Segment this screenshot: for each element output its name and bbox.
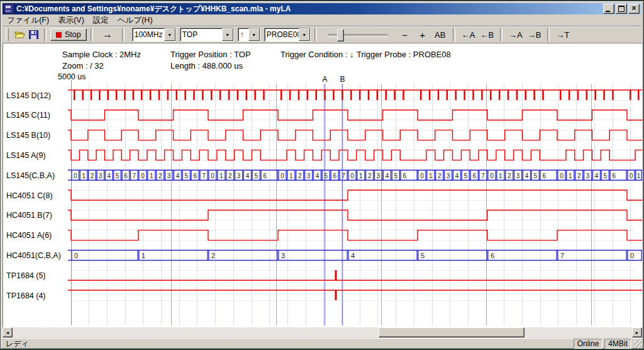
zoom-ab-button[interactable]: AB bbox=[431, 28, 449, 41]
open-file-icon[interactable] bbox=[13, 28, 26, 41]
floppy-icon bbox=[29, 30, 38, 39]
zoom-info: Zoom : / 32 bbox=[62, 61, 104, 71]
app-icon bbox=[4, 4, 14, 14]
goto-marker-b-left-button[interactable]: ←B bbox=[477, 28, 496, 41]
length-info: Length : 488.000 us bbox=[170, 61, 243, 71]
trigger-probe-combo[interactable]: PROBE00 ▼ bbox=[264, 28, 311, 42]
sample-clock-info: Sample Clock : 2MHz bbox=[62, 50, 141, 59]
title-bar[interactable]: C:¥Documents and Settings¥noname¥デスクトップ¥… bbox=[3, 3, 641, 14]
trigger-probe-value: PROBE00 bbox=[265, 30, 299, 39]
status-bar: レディ Online 4MBit bbox=[3, 338, 642, 349]
goto-trigger-button[interactable]: →T bbox=[553, 28, 572, 41]
zoom-slider-thumb[interactable] bbox=[337, 29, 344, 42]
trigger-position-info: Trigger Position : TOP bbox=[170, 50, 251, 59]
chevron-down-icon[interactable]: ▼ bbox=[164, 28, 175, 41]
chevron-down-icon[interactable]: ▼ bbox=[222, 28, 233, 41]
toolbar-separator bbox=[314, 28, 317, 42]
menu-settings[interactable]: 設定 bbox=[89, 14, 113, 26]
toolbar-separator bbox=[122, 28, 125, 42]
goto-marker-a-left-button[interactable]: ←A bbox=[459, 28, 478, 41]
maximize-icon[interactable] bbox=[616, 4, 627, 14]
scroll-left-icon[interactable]: ◄ bbox=[3, 327, 13, 337]
save-file-icon[interactable] bbox=[26, 28, 40, 41]
scroll-right-icon[interactable]: ► bbox=[632, 327, 642, 337]
menu-help[interactable]: ヘルプ(H) bbox=[113, 14, 157, 26]
trigger-condition-info: Trigger Condition : ↓ bbox=[280, 50, 354, 59]
trigger-position-combo[interactable]: TOP ▼ bbox=[180, 28, 234, 42]
menu-view[interactable]: 表示(V) bbox=[53, 14, 89, 26]
status-online-badge: Online bbox=[574, 339, 603, 349]
trigger-position-value: TOP bbox=[180, 30, 222, 39]
horizontal-scrollbar[interactable]: ◄ ► bbox=[3, 327, 642, 337]
stop-button-label: Stop bbox=[65, 30, 81, 39]
status-memory-badge: 4MBit bbox=[604, 339, 631, 349]
resize-grip[interactable] bbox=[634, 340, 642, 348]
toolbar-separator bbox=[453, 28, 455, 42]
toolbar-separator bbox=[44, 28, 47, 42]
toolbar: Stop → 100MHz ▼ TOP ▼ ↑ ▼ PROBE00 ▼ bbox=[3, 26, 641, 43]
status-ready: レディ bbox=[3, 339, 572, 349]
stop-icon bbox=[56, 32, 62, 38]
sample-clock-value: 100MHz bbox=[133, 30, 164, 39]
sample-clock-combo[interactable]: 100MHz ▼ bbox=[132, 28, 176, 42]
zoom-slider[interactable] bbox=[327, 28, 389, 42]
chevron-down-icon[interactable]: ▼ bbox=[299, 28, 310, 41]
stop-button[interactable]: Stop bbox=[50, 28, 87, 41]
toolbar-separator bbox=[547, 28, 550, 42]
trigger-edge-value: ↑ bbox=[238, 30, 248, 39]
screenshot-root: C:¥Documents and Settings¥noname¥デスクトップ¥… bbox=[0, 0, 644, 350]
waveform-panel[interactable] bbox=[3, 43, 642, 327]
window-title: C:¥Documents and Settings¥noname¥デスクトップ¥… bbox=[16, 4, 291, 14]
single-run-button[interactable]: → bbox=[97, 28, 118, 41]
toolbar-grip[interactable] bbox=[6, 28, 9, 41]
goto-marker-b-right-button[interactable]: →B bbox=[525, 28, 544, 41]
trigger-probe-info: Trigger Probe : PROBE08 bbox=[357, 50, 451, 59]
chevron-down-icon[interactable]: ▼ bbox=[248, 28, 260, 41]
menu-file[interactable]: ファイル(F) bbox=[3, 14, 53, 26]
zoom-out-button[interactable]: − bbox=[396, 28, 414, 41]
trigger-edge-combo[interactable]: ↑ ▼ bbox=[238, 28, 260, 42]
menu-bar: ファイル(F) 表示(V) 設定 ヘルプ(H) bbox=[3, 14, 641, 26]
scrollbar-thumb[interactable] bbox=[379, 327, 525, 337]
app-window: C:¥Documents and Settings¥noname¥デスクトップ¥… bbox=[0, 1, 644, 349]
minimize-icon[interactable] bbox=[603, 4, 614, 14]
close-icon[interactable]: × bbox=[628, 4, 640, 14]
folder-open-icon bbox=[14, 30, 25, 39]
zoom-in-button[interactable]: + bbox=[414, 28, 431, 41]
goto-marker-a-right-button[interactable]: →A bbox=[506, 28, 525, 41]
toolbar-separator bbox=[500, 28, 502, 42]
toolbar-separator bbox=[91, 28, 93, 42]
